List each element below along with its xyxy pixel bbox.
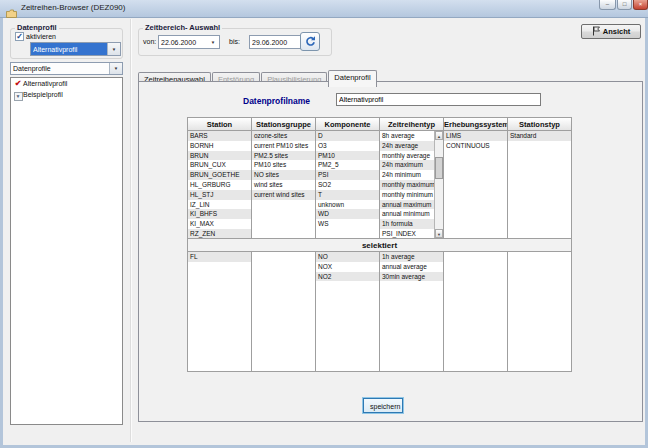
list-item[interactable]: PM2_5: [316, 160, 379, 170]
refresh-dates-button[interactable]: [300, 32, 320, 51]
list-item[interactable]: KI_BHFS: [188, 209, 251, 219]
list-item[interactable]: 1h average: [380, 252, 443, 262]
refresh-icon: [304, 35, 317, 48]
red-check-icon: ✔: [13, 78, 23, 89]
list-item[interactable]: wind sites: [252, 180, 315, 190]
list-item[interactable]: annual average: [380, 262, 443, 272]
maximize-button[interactable]: □: [617, 0, 632, 10]
list-item[interactable]: 24h minimum: [380, 170, 434, 180]
list-item[interactable]: HL_GRBURG: [188, 180, 251, 190]
scrollbar-thumb[interactable]: [435, 157, 443, 179]
list-item[interactable]: SO2: [316, 180, 379, 190]
list-item[interactable]: IZ_LIN: [188, 200, 251, 210]
list-item[interactable]: BRUN_GOETHE: [188, 170, 251, 180]
datenprofile-combobox[interactable]: Datenprofile ▼: [10, 62, 123, 75]
list-item[interactable]: 1h formula: [380, 219, 434, 229]
title-bar: Zeitreihen-Browser (DEZ090) – □ ×: [0, 0, 648, 18]
list-item[interactable]: CONTINUOUS: [444, 141, 507, 151]
list-item[interactable]: monthly maximum: [380, 180, 434, 190]
list-item[interactable]: BARS: [188, 131, 251, 141]
minimize-button[interactable]: –: [599, 0, 616, 10]
list-item[interactable]: PSI: [316, 170, 379, 180]
profile-list-item-beispielprofil[interactable]: ▼Beispielprofil: [11, 89, 122, 100]
list-item[interactable]: FL: [188, 252, 251, 262]
list-item[interactable]: monthly minimum: [380, 190, 434, 200]
list-item[interactable]: KI_MAX: [188, 219, 251, 229]
list-item[interactable]: monthly average: [380, 151, 434, 161]
list-item[interactable]: NO sites: [252, 170, 315, 180]
list-item[interactable]: PM10: [316, 151, 379, 161]
filter-icon: ▼: [13, 89, 23, 101]
list-item[interactable]: unknown: [316, 200, 379, 210]
tab-datenprofil[interactable]: Datenprofil: [328, 70, 376, 87]
profile-table: Station Stationsgruppe Komponente Zeitre…: [187, 117, 572, 372]
active-profile-value: Alternativprofil: [33, 43, 107, 56]
scroll-down-icon[interactable]: ▼: [435, 229, 443, 238]
list-item[interactable]: 8h average: [380, 131, 434, 141]
app-icon: [6, 4, 17, 13]
list-item[interactable]: Standard: [508, 131, 571, 141]
von-date-combobox[interactable]: 22.06.2000 ▼: [158, 35, 220, 49]
list-item[interactable]: PM10 sites: [252, 160, 315, 170]
chevron-down-icon[interactable]: ▼: [107, 43, 120, 55]
stationsgruppe-list: ozone-sitescurrent PM10 sitesPM2.5 sites…: [251, 130, 316, 239]
list-item[interactable]: WS: [316, 219, 379, 229]
column-header-stationstyp: Stationstyp: [507, 117, 572, 131]
window-title: Zeitreihen-Browser (DEZ090): [21, 3, 125, 12]
erhebungssystem-list: LIMSCONTINUOUS: [443, 130, 508, 239]
flag-icon: [592, 26, 601, 36]
available-lists-row: BARSBORNHBRUNBRUN_CUXBRUN_GOETHEHL_GRBUR…: [187, 130, 572, 239]
zeitbereich-group-title: Zeitbereich- Auswahl: [143, 23, 222, 32]
list-item[interactable]: current PM10 sites: [252, 141, 315, 151]
list-item[interactable]: RZ_ZEN: [188, 229, 251, 239]
list-item[interactable]: LIMS: [444, 131, 507, 141]
zeitreihentyp-list: ▲ ▼ 8h average24h averagemonthly average…: [379, 130, 444, 239]
active-profile-combobox[interactable]: Alternativprofil ▼: [30, 42, 121, 56]
list-item[interactable]: NO2: [316, 272, 379, 282]
profile-item-label: Alternativprofil: [23, 80, 67, 87]
close-button[interactable]: ×: [633, 0, 648, 10]
profile-list-item-alternativprofil[interactable]: ✔Alternativprofil: [11, 78, 122, 89]
list-item[interactable]: NO: [316, 252, 379, 262]
datenprofile-combobox-value: Datenprofile: [13, 63, 109, 75]
list-item[interactable]: BRUN_CUX: [188, 160, 251, 170]
column-header-station: Station: [187, 117, 252, 131]
column-header-komponente: Komponente: [315, 117, 380, 131]
list-item[interactable]: HL_STJ: [188, 190, 251, 200]
list-item[interactable]: annual maximum: [380, 200, 434, 210]
aktivieren-checkbox[interactable]: ✓: [15, 32, 24, 41]
list-item[interactable]: PM2.5 sites: [252, 151, 315, 161]
list-item[interactable]: annual minimum: [380, 209, 434, 219]
list-item[interactable]: NOX: [316, 262, 379, 272]
list-item[interactable]: BORNH: [188, 141, 251, 151]
chevron-down-icon[interactable]: ▼: [109, 63, 122, 74]
list-item[interactable]: 24h maximum: [380, 160, 434, 170]
list-item[interactable]: O3: [316, 141, 379, 151]
speichern-button[interactable]: speichern: [363, 398, 403, 413]
column-header-zeitreihentyp: Zeitreihentyp: [379, 117, 444, 131]
app-window: Zeitreihen-Browser (DEZ090) – □ × Datenp…: [0, 0, 648, 448]
panel-divider: [130, 19, 132, 442]
list-item[interactable]: D: [316, 131, 379, 141]
station-list: BARSBORNHBRUNBRUN_CUXBRUN_GOETHEHL_GRBUR…: [187, 130, 252, 239]
list-item[interactable]: WD: [316, 209, 379, 219]
list-item[interactable]: ozone-sites: [252, 131, 315, 141]
column-header-stationsgruppe: Stationsgruppe: [251, 117, 316, 131]
von-date-value: 22.06.2000: [161, 36, 206, 49]
list-item[interactable]: BRUN: [188, 151, 251, 161]
profiles-listbox: ✔Alternativprofil ▼Beispielprofil: [10, 77, 123, 425]
chevron-down-icon[interactable]: ▼: [207, 36, 219, 48]
zeitreihentyp-scrollbar[interactable]: ▲ ▼: [434, 131, 443, 238]
list-item[interactable]: 30min average: [380, 272, 443, 282]
list-item[interactable]: 24h average: [380, 141, 434, 151]
scroll-up-icon[interactable]: ▲: [435, 131, 443, 140]
datenprofilname-input[interactable]: [336, 93, 541, 106]
bis-label: bis:: [229, 38, 240, 45]
aktivieren-label: aktivieren: [26, 33, 56, 40]
ansicht-button[interactable]: Ansicht: [581, 24, 641, 39]
list-item[interactable]: T: [316, 190, 379, 200]
column-header-erhebungssystem: Erhebungssystem: [443, 117, 508, 131]
selected-zeitreihentyp-list: 1h averageannual average30min average: [379, 251, 444, 372]
list-item[interactable]: current wind sites: [252, 190, 315, 200]
list-item[interactable]: PSI_INDEX: [380, 229, 434, 239]
